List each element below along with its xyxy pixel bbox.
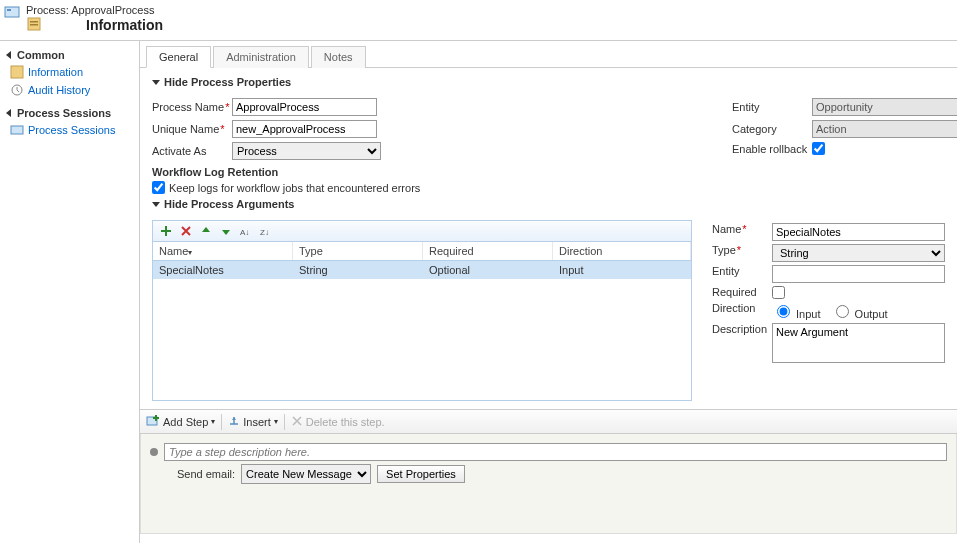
add-icon[interactable]: [159, 224, 173, 238]
send-email-label: Send email:: [177, 468, 235, 480]
sidebar-item-audit[interactable]: Audit History: [2, 81, 139, 99]
move-down-icon[interactable]: [219, 224, 233, 238]
category-label: Category: [732, 123, 812, 135]
svg-rect-4: [30, 24, 38, 26]
keep-logs-checkbox[interactable]: [152, 181, 165, 194]
section-process-properties[interactable]: Hide Process Properties: [152, 76, 945, 88]
arg-entity-label: Entity: [712, 265, 772, 277]
sidebar-group-sessions[interactable]: Process Sessions: [2, 105, 139, 121]
arg-type-label: Type: [712, 244, 736, 256]
delete-icon: [291, 415, 303, 429]
arg-entity-input[interactable]: [772, 265, 945, 283]
arg-type-select[interactable]: String: [772, 244, 945, 262]
col-header-direction[interactable]: Direction: [553, 242, 691, 260]
sidebar-item-information[interactable]: Information: [2, 63, 139, 81]
grid-cell-type: String: [293, 264, 423, 276]
arg-name-input[interactable]: [772, 223, 945, 241]
add-step-icon: [146, 414, 160, 430]
header-breadcrumb: Process: ApprovalProcess: [26, 4, 951, 16]
grid-cell-name: SpecialNotes: [153, 264, 293, 276]
delete-step-button[interactable]: Delete this step.: [291, 415, 385, 429]
section-process-arguments[interactable]: Hide Process Arguments: [152, 198, 945, 210]
sidebar-item-sessions[interactable]: Process Sessions: [2, 121, 139, 139]
activate-as-select[interactable]: Process: [232, 142, 381, 160]
tab-administration[interactable]: Administration: [213, 46, 309, 68]
svg-rect-9: [161, 230, 171, 232]
add-step-button[interactable]: Add Step ▾: [146, 414, 215, 430]
collapse-icon: [6, 109, 11, 117]
tab-general[interactable]: General: [146, 46, 211, 68]
grid-cell-required: Optional: [423, 264, 553, 276]
step-bullet-icon: [150, 448, 158, 456]
svg-rect-14: [153, 417, 159, 419]
col-header-name[interactable]: Name▾: [153, 242, 293, 260]
unique-name-input[interactable]: [232, 120, 377, 138]
arg-description-textarea[interactable]: New Argument: [772, 323, 945, 363]
step-description-input[interactable]: [164, 443, 947, 461]
arg-name-label: Name: [712, 223, 741, 235]
sidebar: Common Information Audit History Process…: [0, 41, 140, 543]
svg-rect-1: [7, 9, 11, 11]
chevron-down-icon: [152, 202, 160, 207]
sort-asc-icon[interactable]: A↓: [239, 224, 253, 238]
sessions-icon: [10, 123, 24, 137]
enable-rollback-checkbox[interactable]: [812, 142, 825, 155]
history-icon: [10, 83, 24, 97]
svg-rect-5: [11, 66, 23, 78]
args-grid-header: Name▾ Type Required Direction: [152, 242, 692, 261]
move-up-icon[interactable]: [199, 224, 213, 238]
radio-output[interactable]: Output: [831, 302, 888, 320]
chevron-down-icon: [152, 80, 160, 85]
retention-header: Workflow Log Retention: [152, 166, 692, 178]
svg-text:A↓: A↓: [240, 228, 249, 237]
information-icon: [26, 16, 42, 34]
page-title: Information: [86, 17, 163, 33]
col-header-required[interactable]: Required: [423, 242, 553, 260]
steps-body: Send email: Create New Message Set Prope…: [140, 434, 957, 534]
grid-cell-direction: Input: [553, 264, 691, 276]
collapse-icon: [6, 51, 11, 59]
svg-text:Z↓: Z↓: [260, 228, 269, 237]
args-grid-row[interactable]: SpecialNotes String Optional Input: [153, 261, 691, 279]
arg-required-checkbox[interactable]: [772, 286, 785, 299]
entity-field: [812, 98, 957, 116]
svg-rect-3: [30, 21, 38, 23]
activate-as-label: Activate As: [152, 145, 232, 157]
steps-toolbar: Add Step ▾ Insert ▾ Delete this step.: [140, 410, 957, 434]
enable-rollback-label: Enable rollback: [732, 143, 812, 155]
insert-button[interactable]: Insert ▾: [228, 415, 278, 429]
args-grid-body: SpecialNotes String Optional Input: [152, 261, 692, 401]
set-properties-button[interactable]: Set Properties: [377, 465, 465, 483]
sort-desc-icon[interactable]: Z↓: [259, 224, 273, 238]
form-icon: [10, 65, 24, 79]
entity-label: Entity: [732, 101, 812, 113]
arg-description-label: Description: [712, 323, 772, 335]
arg-required-label: Required: [712, 286, 772, 298]
tabs: General Administration Notes: [140, 45, 957, 68]
tab-notes[interactable]: Notes: [311, 46, 366, 68]
col-header-type[interactable]: Type: [293, 242, 423, 260]
delete-icon[interactable]: [179, 224, 193, 238]
insert-icon: [228, 415, 240, 429]
process-name-input[interactable]: [232, 98, 377, 116]
send-email-select[interactable]: Create New Message: [241, 464, 371, 484]
sidebar-group-common[interactable]: Common: [2, 47, 139, 63]
category-field: [812, 120, 957, 138]
unique-name-label: Unique Name: [152, 123, 219, 135]
keep-logs-label: Keep logs for workflow jobs that encount…: [169, 182, 420, 194]
svg-rect-7: [11, 126, 23, 134]
radio-input[interactable]: Input: [772, 302, 821, 320]
process-icon: [4, 4, 20, 20]
arg-direction-label: Direction: [712, 302, 772, 314]
process-name-label: Process Name: [152, 101, 224, 113]
args-toolbar: A↓ Z↓: [152, 220, 692, 242]
svg-rect-0: [5, 7, 19, 17]
